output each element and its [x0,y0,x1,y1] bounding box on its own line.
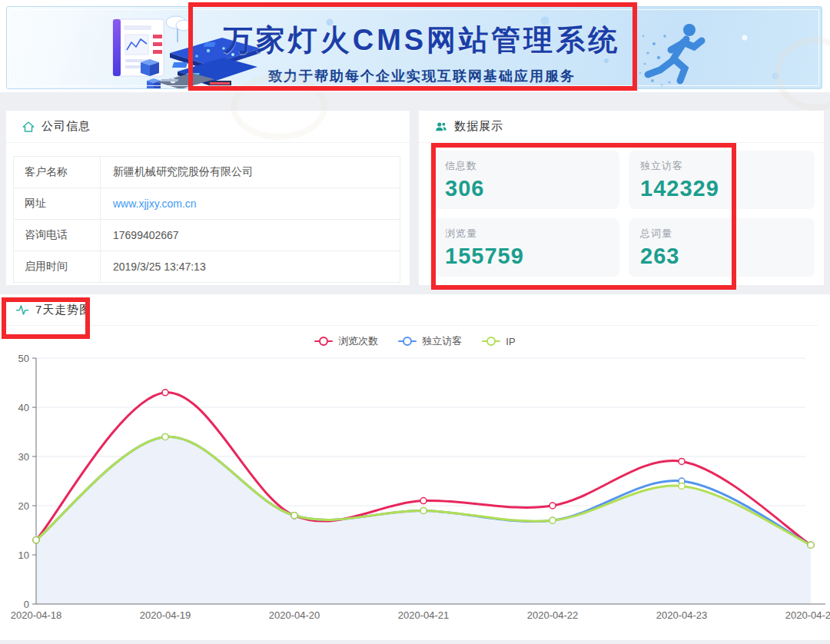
trend-chart-panel: 7天走势图 浏览次数 独立访客 IP 0102030405020 [0,294,830,640]
y-tick-label: 30 [18,451,29,463]
stat-value: 155759 [445,244,619,269]
y-tick-label: 20 [18,500,29,512]
y-tick-label: 50 [18,353,29,364]
stat-value: 306 [445,176,619,201]
website-link[interactable]: www.xjjxy.com.cn [113,198,197,210]
x-tick-label: 2020-04-22 [527,609,579,621]
stat-value: 263 [640,244,815,269]
row-label: 启用时间 [14,251,101,283]
y-tick-label: 0 [24,599,29,610]
users-icon [434,120,448,134]
row-label: 客户名称 [14,157,101,188]
company-info-table: 客户名称 新疆机械研究院股份有限公司 网址 www.xjjxy.com.cn 咨… [13,156,400,283]
website-value: www.xjjxy.com.cn [101,188,400,220]
stat-card-total-words: 总词量 263 [629,218,815,277]
app-subtitle: 致力于帮助每个企业实现互联网基础应用服务 [207,67,637,85]
dashboard-page: 万家灯火CMS网站管理系统 致力于帮助每个企业实现互联网基础应用服务 [0,0,830,644]
home-icon [22,120,35,134]
data-display-panel: 数据展示 信息数 306 独立访客 142329 浏览量 155759 总词量 … [419,111,824,285]
stat-label: 浏览量 [445,227,619,241]
x-tick-label: 2020-04-18 [11,609,62,621]
data-point-0 [549,503,556,509]
table-row: 启用时间 2019/3/25 13:47:13 [14,251,400,283]
enable-time-value: 2019/3/25 13:47:13 [101,251,400,283]
data-point-2 [679,483,685,489]
y-tick-label: 40 [18,402,29,413]
data-point-2 [162,433,168,440]
stat-card-info-count: 信息数 306 [433,151,619,209]
area-fill [36,437,811,604]
data-point-2 [33,537,39,543]
phone-value: 17699402667 [101,220,400,251]
stat-card-unique-visitors: 独立访客 142329 [629,151,815,209]
customer-name-value: 新疆机械研究院股份有限公司 [101,157,400,188]
data-point-2 [420,507,427,513]
y-tick-label: 10 [18,549,29,561]
runner-illustration [639,13,723,89]
banner: 万家灯火CMS网站管理系统 致力于帮助每个企业实现互联网基础应用服务 [6,6,822,89]
stat-label: 信息数 [445,159,619,173]
data-point-0 [420,498,427,504]
stats-panel-header: 数据展示 [419,111,824,143]
stats-panel-title: 数据展示 [454,119,503,134]
data-point-2 [291,513,297,519]
table-row: 客户名称 新疆机械研究院股份有限公司 [14,157,400,188]
table-row: 咨询电话 17699402667 [14,220,400,251]
company-panel-header: 公司信息 [6,111,410,143]
data-point-2 [808,542,814,548]
x-tick-label: 2020-04-24 [785,609,830,621]
trend-chart-canvas: 010203040502020-04-182020-04-192020-04-2… [0,294,830,640]
stat-card-page-views: 浏览量 155759 [433,218,619,277]
company-panel-title: 公司信息 [42,119,91,134]
row-label: 咨询电话 [14,220,101,251]
x-tick-label: 2020-04-23 [656,609,708,621]
banner-text: 万家灯火CMS网站管理系统 致力于帮助每个企业实现互联网基础应用服务 [207,21,637,85]
table-row: 网址 www.xjjxy.com.cn [14,188,400,220]
x-tick-label: 2020-04-20 [269,609,320,621]
data-point-0 [679,458,685,464]
data-point-0 [162,390,168,396]
cloud-icon [166,16,191,42]
banner-row: 万家灯火CMS网站管理系统 致力于帮助每个企业实现互联网基础应用服务 [0,0,830,92]
row-label: 网址 [14,188,101,220]
stat-value: 142329 [640,176,815,201]
stat-label: 总词量 [640,227,815,241]
x-tick-label: 2020-04-19 [140,609,191,621]
company-info-panel: 公司信息 客户名称 新疆机械研究院股份有限公司 网址 www.xjjxy.com… [6,111,410,285]
data-point-2 [549,517,556,523]
stat-label: 独立访客 [640,159,815,173]
x-tick-label: 2020-04-21 [398,609,450,621]
app-title: 万家灯火CMS网站管理系统 [207,21,637,60]
